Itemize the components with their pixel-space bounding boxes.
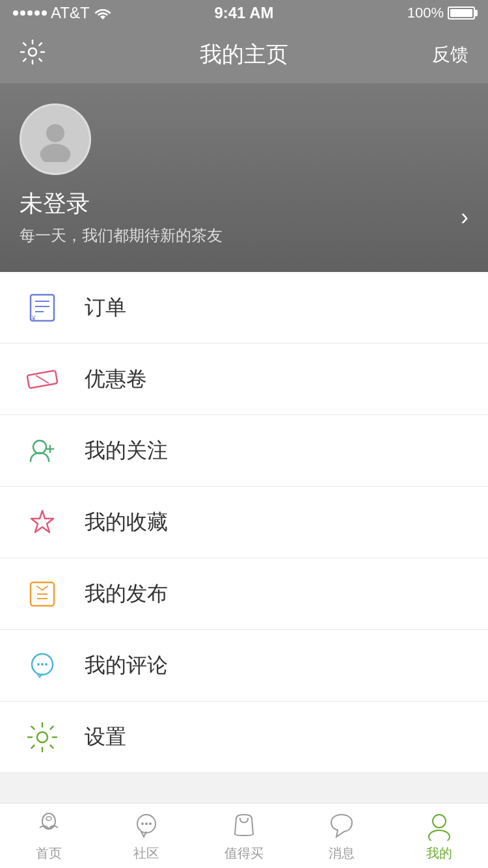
mine-tab-icon [424, 809, 455, 841]
svg-text:¥: ¥ [31, 315, 36, 322]
coupons-icon [20, 362, 65, 396]
feedback-button[interactable]: 反馈 [432, 42, 468, 67]
menu-item-coupons[interactable]: 优惠卷 [0, 344, 488, 415]
community-tab-icon [131, 809, 162, 841]
tab-community[interactable]: 社区 [98, 809, 195, 862]
username: 未登录 [20, 188, 223, 220]
tab-home-label: 首页 [36, 845, 62, 862]
status-bar-left: AT&T [13, 4, 112, 22]
svg-point-2 [40, 144, 71, 162]
tagline: 每一天，我们都期待新的茶友 [20, 225, 223, 246]
profile-info[interactable]: 未登录 每一天，我们都期待新的茶友 › [20, 188, 468, 246]
svg-point-28 [433, 815, 446, 828]
following-label: 我的关注 [85, 437, 468, 465]
carrier-name: AT&T [51, 4, 90, 22]
menu-item-comments[interactable]: 我的评论 [0, 630, 488, 701]
svg-marker-13 [31, 511, 53, 532]
publish-label: 我的发布 [85, 580, 468, 608]
following-icon [20, 434, 65, 468]
svg-point-27 [149, 822, 152, 825]
status-bar: AT&T 9:41 AM 100% [0, 0, 488, 26]
comments-icon [20, 649, 65, 683]
menu-item-settings[interactable]: 设置 [0, 701, 488, 773]
settings-icon[interactable] [20, 39, 46, 70]
svg-point-20 [45, 663, 47, 666]
svg-point-25 [141, 822, 144, 825]
status-bar-right: 100% [407, 5, 475, 21]
tab-mine[interactable]: 我的 [390, 809, 488, 862]
coupons-label: 优惠卷 [85, 365, 468, 394]
svg-point-18 [37, 663, 40, 666]
tab-mine-label: 我的 [426, 845, 452, 862]
avatar[interactable] [20, 103, 91, 175]
menu-item-orders[interactable]: ¥ 订单 [0, 272, 488, 344]
orders-icon: ¥ [20, 291, 65, 325]
settings-label: 设置 [85, 723, 468, 752]
menu-list: ¥ 订单 优惠卷 [0, 272, 488, 773]
signal-dots [13, 10, 47, 16]
settings-menu-icon [20, 720, 65, 754]
nav-bar: 我的主页 反馈 [0, 26, 488, 83]
tab-deals[interactable]: 值得买 [195, 809, 293, 862]
svg-point-29 [429, 830, 450, 841]
svg-point-21 [37, 732, 47, 742]
tab-messages[interactable]: 消息 [293, 809, 390, 862]
messages-tab-icon [326, 809, 357, 841]
svg-point-0 [29, 48, 36, 56]
page-title: 我的主页 [200, 26, 288, 83]
svg-point-19 [41, 663, 44, 666]
svg-point-26 [145, 822, 148, 825]
publish-icon [20, 577, 65, 611]
menu-item-favorites[interactable]: 我的收藏 [0, 487, 488, 558]
svg-point-23 [46, 817, 51, 821]
tab-home[interactable]: 首页 [0, 809, 98, 862]
profile-arrow[interactable]: › [461, 204, 468, 231]
battery-percent: 100% [407, 5, 444, 21]
tab-deals-label: 值得买 [224, 845, 264, 862]
favorites-icon [20, 506, 65, 539]
svg-line-9 [36, 375, 49, 383]
status-bar-time: 9:41 AM [214, 4, 273, 22]
favorites-label: 我的收藏 [85, 508, 468, 537]
wifi-icon [94, 7, 112, 20]
svg-point-1 [46, 124, 64, 142]
svg-point-10 [33, 441, 46, 454]
battery-icon [448, 7, 475, 20]
deals-tab-icon [228, 809, 260, 841]
orders-label: 订单 [85, 293, 468, 322]
menu-item-following[interactable]: 我的关注 [0, 415, 488, 487]
menu-item-publish[interactable]: 我的发布 [0, 558, 488, 630]
comments-label: 我的评论 [85, 651, 468, 680]
tab-community-label: 社区 [133, 845, 159, 862]
home-tab-icon [33, 809, 64, 841]
profile-header[interactable]: 未登录 每一天，我们都期待新的茶友 › [0, 83, 488, 272]
tab-bar: 首页 社区 值得买 消息 我的 [0, 803, 488, 868]
tab-messages-label: 消息 [329, 845, 355, 862]
